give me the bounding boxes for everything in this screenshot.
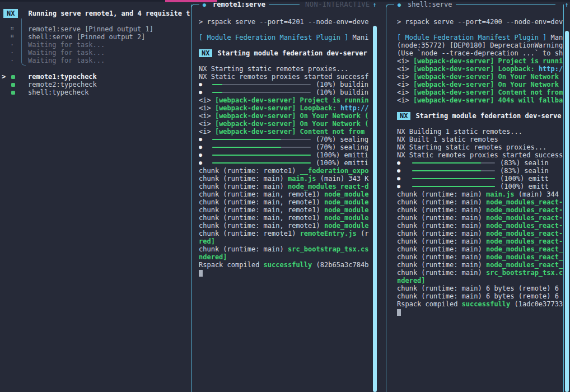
terminal-line	[397, 10, 563, 18]
success-square-icon	[10, 88, 15, 96]
terminal-line: Rspack compiled successfully (82b65a3c78…	[199, 261, 379, 269]
terminal-line: <i> [webpack-dev-server] On Your Network…	[199, 112, 379, 120]
terminal-line: chunk (runtime: main) node_modules_react…	[397, 261, 563, 269]
task-row[interactable]: ⠛shell:serve [Pinned output 2]	[0, 33, 190, 41]
task-label: remote1:serve [Pinned output 1]	[28, 25, 153, 33]
spinner-icon: ⠛	[10, 33, 14, 41]
progress-label: (10%) buildin	[316, 88, 368, 96]
terminal-line: chunk (runtime: main) node_modules_react…	[397, 214, 563, 222]
progress-bar	[212, 92, 311, 93]
scrollbar-thumb[interactable]	[565, 31, 569, 392]
progress-dot-icon: ●	[199, 136, 207, 143]
progress-bar	[212, 155, 311, 156]
terminal-line: chunk (runtime: main, remote1) node_modu…	[199, 198, 379, 206]
terminal-pane-shell-serve[interactable]: ● shell:serve > rspack serve --port=4200…	[386, 4, 564, 392]
success-square-icon	[10, 81, 15, 88]
task-row[interactable]: >remote1:typecheck	[0, 73, 190, 81]
task-label: Waiting for task...	[28, 41, 105, 49]
terminal-line: NXStarting module federation dev-server	[199, 49, 379, 57]
task-list-title: Running serve remote1, and 4 requisite t…	[28, 10, 190, 17]
terminal-line: chunk (runtime: main) node_modules_react…	[397, 222, 563, 230]
task-label: Waiting for task...	[28, 49, 105, 57]
progress-dot-icon: ●	[199, 151, 207, 159]
terminal-line: chunk (runtime: main) src_bootstrap_tsx.…	[397, 269, 563, 277]
terminal-line: <i> [webpack-dev-server] On Your Network…	[199, 120, 379, 128]
terminal-line: chunk (runtime: main) node_modules_react…	[397, 245, 563, 253]
terminal-line	[199, 41, 379, 49]
progress-label: (100%) emitt	[500, 183, 549, 190]
waiting-dot-icon: ·	[10, 57, 14, 64]
scroll-up-arrow-icon[interactable]: ↑	[563, 1, 570, 8]
task-row[interactable]: ·Waiting for task...	[0, 49, 190, 57]
task-label: shell:typecheck	[28, 88, 88, 96]
scrollbar-thumb[interactable]	[373, 26, 377, 392]
terminal-line: chunk (runtime: main) node_modules_react…	[397, 253, 563, 261]
terminal-line: NXStarting module federation dev-serve	[397, 112, 563, 120]
progress-bar	[212, 84, 311, 85]
progress-dot-icon: ●	[397, 159, 405, 167]
terminal-line	[397, 104, 563, 112]
running-task-list: ⠛remote1:serve [Pinned output 1]⠛shell:s…	[0, 25, 190, 64]
progress-dot-icon: ●	[397, 175, 405, 183]
terminal-line: NX Static remotes proxies started succes…	[397, 151, 563, 159]
progress-label: (70%) sealing	[316, 143, 368, 151]
waiting-dot-icon: ·	[10, 41, 14, 49]
terminal-line: ●(70%) sealing	[199, 143, 379, 151]
terminal-line: chunk (runtime: main, remote1) node_modu…	[199, 206, 379, 214]
pane-title: shell:serve	[408, 1, 452, 8]
scroll-up-arrow-icon[interactable]: ↑	[371, 1, 379, 8]
running-indicator-dot: ●	[203, 2, 206, 8]
terminal-line: [ Module Federation Manifest Plugin ] Ma…	[199, 34, 379, 41]
task-row[interactable]: ·Waiting for task...	[0, 57, 190, 64]
progress-dot-icon: ●	[199, 81, 207, 88]
task-label: shell:serve [Pinned output 2]	[28, 33, 146, 41]
progress-dot-icon: ●	[199, 159, 207, 167]
progress-bar	[212, 147, 311, 148]
terminal-line: (Use `node --trace-deprecation ...` to s…	[397, 49, 563, 57]
terminal-line: chunk (runtime: main) src_bootstrap_tsx.…	[199, 245, 379, 253]
terminal-line: ●(70%) sealing	[199, 136, 379, 143]
terminal-output: > rspack serve --port=4201 --node-env=de…	[191, 10, 379, 277]
task-row[interactable]: shell:typecheck	[0, 88, 190, 96]
terminal-line: NX Starting static remotes proxies...	[199, 65, 379, 73]
terminal-line: NX Building 1 static remotes...	[397, 128, 563, 136]
terminal-line: ●(100%) emitt	[397, 183, 563, 190]
task-row[interactable]: remote2:typecheck	[0, 81, 190, 88]
terminal-line: > rspack serve --port=4201 --node-env=de…	[199, 18, 379, 26]
pane-header: ● remote1:serve NON-INTERACTIVE	[191, 0, 379, 9]
non-interactive-label: NON-INTERACTIVE	[305, 1, 370, 8]
terminal-cursor	[397, 309, 401, 316]
terminal-line: <i> [webpack-dev-server] Loopback: http:…	[397, 65, 563, 73]
terminal-line: > rspack serve --port=4200 --node-env=de…	[397, 18, 563, 26]
terminal-line: chunk (runtime: main) node_modules_react…	[397, 206, 563, 214]
header-rule	[456, 4, 555, 5]
progress-label: (83%) sealin	[500, 167, 549, 175]
waiting-dot-icon: ·	[10, 49, 14, 57]
terminal-pane-remote1-serve[interactable]: ● remote1:serve NON-INTERACTIVE > rspack…	[191, 4, 379, 392]
task-row[interactable]: ·Waiting for task...	[0, 41, 190, 49]
progress-label: (10%) buildin	[316, 81, 368, 88]
task-list-header: NX Running serve remote1, and 4 requisit…	[0, 9, 190, 18]
terminal-line: chunk (runtime: main) node_modules_react…	[397, 198, 563, 206]
pane-header: ● shell:serve	[386, 0, 563, 9]
terminal-line: chunk (runtime: main) main.js (main) 343…	[199, 175, 379, 183]
terminal-line: ●(100%) emitt	[397, 175, 563, 183]
nx-badge: NX	[199, 49, 212, 57]
task-label: remote1:typecheck	[28, 73, 97, 81]
terminal-line: ●(10%) buildin	[199, 81, 379, 88]
terminal-line: ●(83%) sealin	[397, 159, 563, 167]
terminal-line: <i> [webpack-dev-server] Project is runn…	[397, 57, 563, 65]
task-row[interactable]: ⠛remote1:serve [Pinned output 1]	[0, 25, 190, 33]
terminal-line: <i> [webpack-dev-server] Content not fro…	[397, 88, 563, 96]
terminal-line: <i> [webpack-dev-server] Loopback: http:…	[199, 104, 379, 112]
terminal-line: NX Built 1 static remotes	[397, 136, 563, 143]
terminal-line: chunk (runtime: main, remote1) node_modu…	[199, 214, 379, 222]
progress-label: (100%) emitti	[316, 151, 368, 159]
terminal-line: chunk (runtime: main) main.js (main) 344	[397, 190, 563, 198]
progress-label: (83%) sealin	[500, 159, 549, 167]
progress-dot-icon: ●	[199, 88, 207, 96]
spinner-icon: ⠛	[10, 25, 14, 33]
terminal-line	[397, 120, 563, 128]
terminal-line: <i> [webpack-dev-server] Content not fro…	[199, 128, 379, 136]
terminal-line	[397, 308, 563, 316]
